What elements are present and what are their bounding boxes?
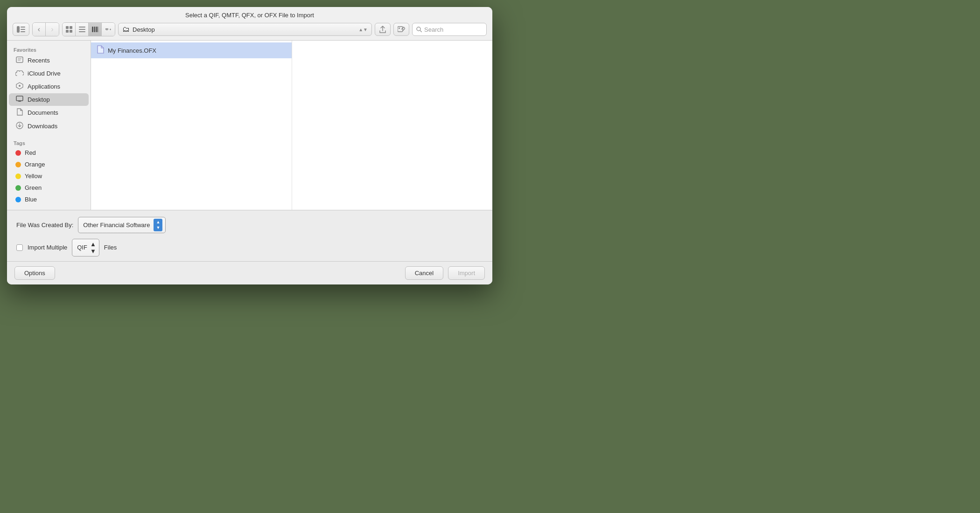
sidebar-item-yellow[interactable]: Yellow [9, 170, 89, 182]
recents-icon [15, 56, 24, 65]
grid-view-button[interactable] [63, 23, 76, 36]
file-column-secondary [292, 41, 493, 210]
file-name: My Finances.OFX [108, 47, 156, 54]
search-icon [416, 27, 422, 32]
svg-rect-9 [79, 29, 85, 30]
cancel-button[interactable]: Cancel [405, 266, 443, 280]
stepper-up: ▲ [156, 220, 160, 225]
main-content: Favorites Recents iCloud Drive Applicati… [7, 41, 492, 210]
orange-label: Orange [25, 161, 45, 168]
svg-rect-14 [98, 27, 98, 32]
svg-rect-2 [21, 29, 25, 30]
file-item-myfinances[interactable]: My Finances.OFX [91, 42, 292, 58]
search-box[interactable]: Search [412, 23, 487, 36]
forward-button[interactable]: › [46, 23, 59, 36]
created-by-dropdown[interactable]: Other Financial Software ▲ ▼ [78, 217, 166, 233]
yellow-label: Yellow [25, 173, 42, 180]
import-multiple-checkbox[interactable] [16, 244, 23, 251]
sidebar-item-documents[interactable]: Documents [9, 106, 89, 119]
qif-stepper-up: ▲ [90, 241, 96, 248]
sidebar-item-desktop[interactable]: Desktop [9, 93, 89, 106]
blue-label: Blue [25, 196, 37, 203]
title-bar: Select a QIF, QMTF, QFX, or OFX File to … [7, 7, 492, 41]
orange-dot [15, 162, 21, 167]
gallery-icon [105, 27, 108, 32]
list-view-button[interactable] [76, 23, 89, 36]
column-view-button[interactable] [89, 23, 102, 36]
green-dot [15, 185, 21, 191]
svg-rect-27 [16, 96, 23, 101]
created-by-row: File Was Created By: Other Financial Sof… [16, 217, 483, 233]
import-multiple-row: Import Multiple QIF ▲ ▼ Files [16, 239, 483, 256]
sidebar-item-blue[interactable]: Blue [9, 194, 89, 205]
share-button[interactable] [375, 23, 391, 36]
tag-icon [398, 26, 405, 33]
svg-point-21 [417, 27, 420, 31]
svg-rect-28 [18, 101, 21, 102]
bottom-panel: File Was Created By: Other Financial Sof… [7, 210, 492, 261]
tag-button[interactable] [393, 23, 409, 36]
file-import-dialog: Select a QIF, QMTF, QFX, or OFX File to … [7, 7, 492, 284]
sidebar-item-recents[interactable]: Recents [9, 54, 89, 67]
qif-format-dropdown[interactable]: QIF ▲ ▼ [72, 239, 99, 256]
files-label: Files [104, 244, 117, 251]
svg-rect-3 [21, 31, 25, 32]
tags-label: Tags [7, 139, 91, 147]
column-icon [92, 27, 98, 32]
qif-stepper[interactable]: ▲ ▼ [90, 241, 96, 255]
share-icon [379, 26, 386, 33]
sidebar-item-red[interactable]: Red [9, 147, 89, 159]
file-area: My Finances.OFX [91, 41, 492, 210]
green-label: Green [25, 184, 42, 191]
list-icon [79, 27, 85, 32]
gallery-view-button[interactable] [102, 23, 115, 36]
back-button[interactable]: ‹ [33, 23, 46, 36]
svg-rect-23 [16, 57, 23, 62]
desktop-icon [15, 96, 24, 104]
qif-stepper-down: ▼ [90, 248, 96, 255]
ofx-file-icon [97, 45, 104, 55]
svg-rect-12 [94, 27, 95, 32]
svg-point-20 [399, 28, 400, 29]
created-by-value: Other Financial Software [83, 222, 150, 229]
applications-icon [15, 82, 24, 91]
downloads-label: Downloads [28, 123, 57, 130]
sidebar-item-downloads[interactable]: Downloads [9, 119, 89, 133]
red-label: Red [25, 149, 36, 156]
sidebar-item-orange[interactable]: Orange [9, 159, 89, 170]
svg-rect-6 [66, 30, 69, 33]
svg-rect-1 [21, 27, 25, 28]
dialog-title: Select a QIF, QMTF, QFX, or OFX File to … [185, 12, 314, 19]
sidebar-toggle-button[interactable] [13, 23, 29, 36]
downloads-icon [15, 122, 24, 131]
view-buttons [62, 22, 115, 36]
icloud-label: iCloud Drive [28, 70, 61, 77]
svg-rect-11 [92, 27, 93, 32]
import-button[interactable]: Import [448, 266, 485, 280]
svg-rect-5 [70, 26, 72, 29]
svg-point-26 [19, 85, 21, 87]
options-button[interactable]: Options [14, 266, 55, 280]
location-selector[interactable]: 🗂 Desktop ▲▼ [118, 23, 372, 36]
location-chevron-icon: ▲▼ [358, 27, 368, 32]
svg-rect-17 [108, 28, 109, 30]
dropdown-stepper[interactable]: ▲ ▼ [154, 219, 162, 231]
svg-rect-13 [96, 27, 98, 32]
sidebar-item-applications[interactable]: Applications [9, 80, 89, 93]
icloud-icon [15, 69, 24, 77]
file-column-primary: My Finances.OFX [91, 41, 292, 210]
favorites-label: Favorites [7, 45, 91, 54]
svg-line-22 [420, 31, 422, 32]
svg-rect-15 [105, 28, 106, 30]
applications-label: Applications [28, 83, 60, 90]
search-placeholder: Search [424, 26, 443, 33]
qif-value: QIF [77, 244, 87, 251]
toolbar: ‹ › [13, 22, 487, 36]
svg-rect-0 [17, 26, 20, 33]
svg-rect-18 [106, 30, 108, 30]
sidebar-item-green[interactable]: Green [9, 182, 89, 194]
sidebar-item-icloud[interactable]: iCloud Drive [9, 67, 89, 80]
nav-buttons: ‹ › [32, 22, 59, 36]
svg-rect-7 [70, 30, 72, 33]
documents-icon [15, 108, 24, 117]
